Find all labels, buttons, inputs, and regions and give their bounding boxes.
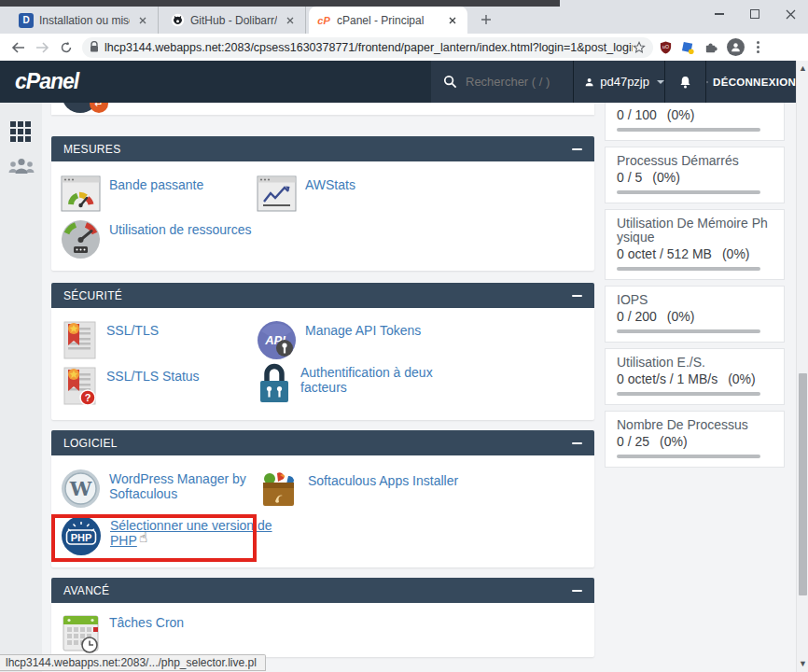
stat-progress-bar: [617, 267, 760, 271]
app-item-taches-cron[interactable]: Tâches Cron: [61, 612, 184, 654]
chevron-down-icon: [657, 80, 664, 84]
back-button[interactable]: [6, 35, 30, 60]
url-text: lhcp3144.webapps.net:2083/cpsess16303787…: [104, 41, 633, 54]
section-header-logiciel[interactable]: LOGICIEL: [51, 430, 594, 455]
softaculous-icon: [257, 470, 300, 511]
scroll-down-icon[interactable]: ▼: [799, 660, 807, 668]
stat-label: Utilisation E./S.: [617, 356, 773, 370]
collapse-icon[interactable]: [572, 442, 582, 444]
php-selector-icon: PHP: [61, 515, 102, 556]
search-area[interactable]: [431, 61, 573, 103]
ssl-status-badge-label: ?: [85, 392, 91, 403]
app-link-api-tokens[interactable]: Manage API Tokens: [305, 323, 421, 338]
section-card-mesures: Bande passante AWStats: [51, 161, 594, 271]
mouse-hand-cursor: ☝: [139, 529, 147, 546]
svg-text:uO: uO: [662, 44, 669, 49]
app-item-two-factor[interactable]: Authentification à deux facteurs: [257, 362, 473, 404]
stat-progress-bar: [617, 455, 760, 458]
tab-cpanel-active[interactable]: cP cPanel - Principal: [309, 7, 467, 34]
left-sidebar: [0, 103, 42, 672]
page-scrollbar[interactable]: ▲ ▼: [796, 61, 808, 672]
stat-progress-bar: [617, 329, 760, 333]
app-item-php-selector[interactable]: PHP Sélectionner une version de PHP ☝: [61, 515, 283, 556]
browser-menu-icon[interactable]: [753, 41, 763, 53]
apps-grid-icon[interactable]: [10, 121, 31, 142]
notifications-button[interactable]: [664, 61, 705, 103]
github-favicon: [170, 13, 185, 28]
user-icon: [585, 76, 593, 89]
user-groups-icon[interactable]: [8, 157, 35, 175]
tab-title: Installation ou mise à jour de Dol: [39, 14, 130, 27]
section-title: MESURES: [63, 143, 120, 156]
extensions-puzzle-icon[interactable]: [704, 40, 718, 54]
stat-value: 0 / 5(0%): [617, 171, 773, 185]
app-item-ssl-tls[interactable]: SSL/TLS: [61, 320, 159, 360]
tab-title: GitHub - Dolibarr/dolibarr: Dolib: [190, 14, 277, 27]
scroll-up-icon[interactable]: ▲: [799, 64, 807, 73]
window-top-edge: [0, 0, 560, 7]
app-item-api-tokens[interactable]: API Manage API Tokens: [257, 320, 421, 360]
search-input[interactable]: [466, 75, 568, 89]
user-menu[interactable]: pd47pzjp: [573, 61, 664, 103]
app-item-bande-passante[interactable]: Bande passante: [61, 175, 203, 213]
secure-lock-icon: [90, 41, 99, 53]
cpanel-logo: cPanel: [15, 69, 78, 94]
blue-flag-extension-icon[interactable]: [681, 40, 695, 55]
tab-github[interactable]: GitHub - Dolibarr/dolibarr: Dolib: [162, 7, 306, 34]
window-maximize-button[interactable]: [745, 4, 765, 24]
app-link-bande-passante[interactable]: Bande passante: [109, 177, 203, 192]
section-header-mesures[interactable]: MESURES: [51, 136, 594, 161]
new-tab-button[interactable]: [478, 11, 495, 28]
browser-profile-avatar[interactable]: [727, 38, 745, 56]
section-title: SÉCURITÉ: [63, 289, 122, 302]
wordpress-icon: W: [61, 469, 101, 509]
ublock-shield-icon[interactable]: uO: [659, 40, 673, 55]
section-header-avance[interactable]: AVANCÉ: [51, 578, 594, 603]
collapse-icon[interactable]: [572, 295, 582, 297]
section-header-securite[interactable]: SÉCURITÉ: [51, 283, 594, 308]
url-omnibox[interactable]: lhcp3144.webapps.net:2083/cpsess16303787…: [82, 37, 653, 58]
tab-dolibarr-install[interactable]: D Installation ou mise à jour de Dol: [11, 7, 159, 34]
logout-button[interactable]: DÉCONNEXION: [705, 61, 796, 103]
stat-value: 0 / 25(0%): [617, 435, 773, 449]
collapse-icon[interactable]: [572, 148, 582, 150]
app-link-two-factor[interactable]: Authentification à deux facteurs: [300, 365, 473, 395]
scrollbar-thumb[interactable]: [799, 373, 807, 595]
app-link-taches-cron[interactable]: Tâches Cron: [109, 615, 184, 630]
app-item-softaculous[interactable]: Softaculous Apps Installer: [257, 470, 458, 511]
tab-close-icon[interactable]: [135, 13, 150, 28]
tab-title: cPanel - Principal: [337, 14, 439, 27]
app-link-softaculous[interactable]: Softaculous Apps Installer: [308, 473, 458, 488]
app-item-awstats[interactable]: AWStats: [257, 175, 355, 213]
collapse-icon[interactable]: [572, 590, 582, 592]
forward-button[interactable]: [30, 35, 54, 60]
stat-label: Nombre De Processus: [617, 418, 773, 432]
window-close-button[interactable]: [780, 4, 801, 24]
app-link-utilisation-ressources[interactable]: Utilisation de ressources: [109, 222, 252, 237]
app-item-ssl-status[interactable]: ? SSL/TLS Status: [61, 366, 200, 406]
stats-sidebar: 0 / 100(0%) Processus Démarrés 0 / 5(0%)…: [605, 103, 785, 473]
api-tokens-icon: API: [257, 320, 297, 360]
wordpress-letter: W: [69, 477, 92, 500]
resource-usage-gauge-icon: [61, 219, 101, 259]
app-link-php-selector[interactable]: Sélectionner une version de PHP: [110, 518, 283, 548]
stat-progress-bar: [617, 190, 760, 194]
tab-close-icon[interactable]: [283, 13, 298, 28]
app-link-ssl-status[interactable]: SSL/TLS Status: [106, 369, 200, 384]
php-icon-label: PHP: [71, 532, 92, 543]
stat-label: IOPS: [617, 293, 773, 307]
clipped-card-top: ↵: [51, 103, 594, 115]
app-link-awstats[interactable]: AWStats: [305, 177, 355, 192]
app-item-utilisation-ressources[interactable]: Utilisation de ressources: [61, 219, 252, 259]
extension-toolbar: uO: [659, 38, 763, 56]
app-item-wordpress-manager[interactable]: W WordPress Manager by Softaculous: [61, 469, 282, 509]
app-link-ssl-tls[interactable]: SSL/TLS: [106, 323, 159, 338]
bookmark-star-icon[interactable]: [633, 41, 646, 54]
window-minimize-button[interactable]: [709, 4, 730, 24]
logout-label: DÉCONNEXION: [713, 77, 796, 88]
browser-tab-strip: D Installation ou mise à jour de Dol Git…: [0, 0, 808, 34]
reload-button[interactable]: [54, 35, 78, 60]
maximize-icon: [750, 9, 759, 19]
tab-close-icon[interactable]: [445, 13, 460, 28]
awstats-chart-icon: [257, 175, 297, 213]
